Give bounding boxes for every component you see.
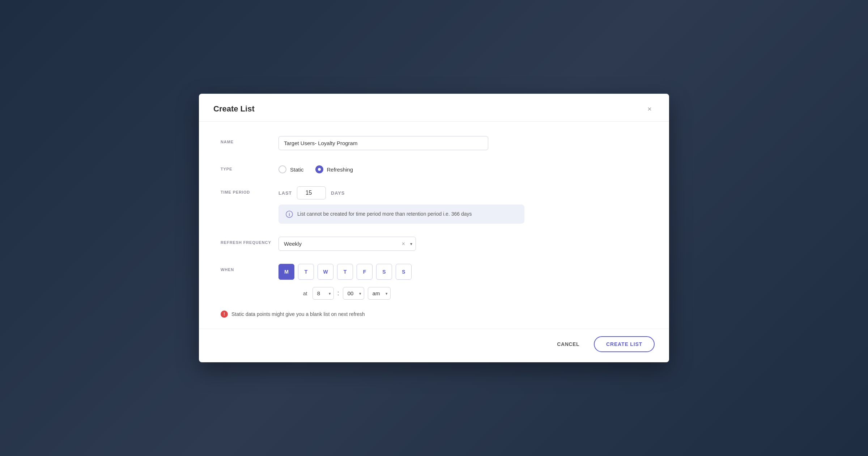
type-row: TYPE Static Refreshing: [221, 163, 647, 173]
modal-title: Create List: [213, 104, 255, 114]
day-btn-thursday[interactable]: T: [337, 264, 353, 280]
days-number-input[interactable]: [297, 186, 326, 199]
info-text: List cannot be created for time period m…: [297, 210, 472, 218]
create-list-button[interactable]: CREATE LIST: [594, 336, 655, 352]
warning-text: Static data points might give you a blan…: [231, 311, 365, 317]
select-clear-button[interactable]: ×: [402, 241, 405, 247]
warning-icon: !: [221, 311, 228, 318]
day-btn-monday[interactable]: M: [278, 264, 294, 280]
frequency-select-wrapper: Weekly Daily Monthly × ▾: [278, 237, 416, 251]
day-btn-saturday[interactable]: S: [376, 264, 392, 280]
hour-select[interactable]: 8 1234 5679 101112: [312, 287, 334, 300]
day-btn-sunday[interactable]: S: [396, 264, 412, 280]
time-period-label: TIME PERIOD: [221, 186, 278, 194]
cancel-button[interactable]: CANCEL: [550, 338, 587, 351]
refresh-frequency-row: REFRESH FREQUENCY Weekly Daily Monthly ×…: [221, 237, 647, 251]
name-row: NAME: [221, 136, 647, 150]
when-label: WHEN: [221, 264, 278, 272]
day-btn-tuesday[interactable]: T: [298, 264, 314, 280]
last-label: LAST: [278, 190, 292, 196]
when-control: M T W T F S S at 8 1234 5679 10: [278, 264, 647, 300]
modal-header: Create List ×: [199, 94, 669, 122]
day-btn-friday[interactable]: F: [357, 264, 373, 280]
name-input[interactable]: [278, 136, 488, 150]
close-button[interactable]: ×: [644, 104, 655, 114]
ampm-select[interactable]: am pm: [368, 287, 391, 300]
type-label: TYPE: [221, 163, 278, 171]
time-period-control: LAST DAYS i List cannot be created for t…: [278, 186, 647, 224]
type-control: Static Refreshing: [278, 163, 647, 173]
name-label: NAME: [221, 136, 278, 144]
refresh-frequency-label: REFRESH FREQUENCY: [221, 237, 278, 245]
warning-row: ! Static data points might give you a bl…: [221, 307, 647, 321]
svg-text:i: i: [289, 212, 290, 217]
at-label: at: [303, 291, 307, 296]
radio-refreshing-circle[interactable]: [315, 165, 323, 173]
name-control: [278, 136, 647, 150]
frequency-select[interactable]: Weekly Daily Monthly: [278, 237, 416, 251]
radio-static-circle[interactable]: [278, 165, 286, 173]
radio-group: Static Refreshing: [278, 163, 647, 173]
day-buttons: M T W T F S S: [278, 264, 647, 280]
ampm-select-wrapper: am pm ▾: [368, 287, 391, 300]
colon-separator: :: [337, 290, 339, 297]
modal-dialog: Create List × NAME TYPE Static: [199, 94, 669, 362]
info-icon: i: [286, 211, 293, 218]
time-period-inputs: LAST DAYS: [278, 186, 647, 199]
time-row: at 8 1234 5679 101112 ▾ : 00: [278, 287, 647, 300]
modal-footer: CANCEL CREATE LIST: [199, 329, 669, 362]
refresh-frequency-control: Weekly Daily Monthly × ▾: [278, 237, 647, 251]
when-row: WHEN M T W T F S S at 8 1234: [221, 264, 647, 300]
day-btn-wednesday[interactable]: W: [318, 264, 333, 280]
minute-select-wrapper: 00 153045 ▾: [343, 287, 364, 300]
radio-static-label: Static: [290, 166, 304, 173]
radio-static[interactable]: Static: [278, 165, 304, 173]
days-label: DAYS: [331, 190, 345, 196]
hour-select-wrapper: 8 1234 5679 101112 ▾: [312, 287, 334, 300]
radio-refreshing[interactable]: Refreshing: [315, 165, 353, 173]
info-box: i List cannot be created for time period…: [278, 204, 524, 224]
radio-refreshing-label: Refreshing: [327, 166, 353, 173]
modal-body: NAME TYPE Static Refreshing: [199, 122, 669, 329]
time-period-row: TIME PERIOD LAST DAYS i List cannot be c…: [221, 186, 647, 224]
minute-select[interactable]: 00 153045: [343, 287, 364, 300]
